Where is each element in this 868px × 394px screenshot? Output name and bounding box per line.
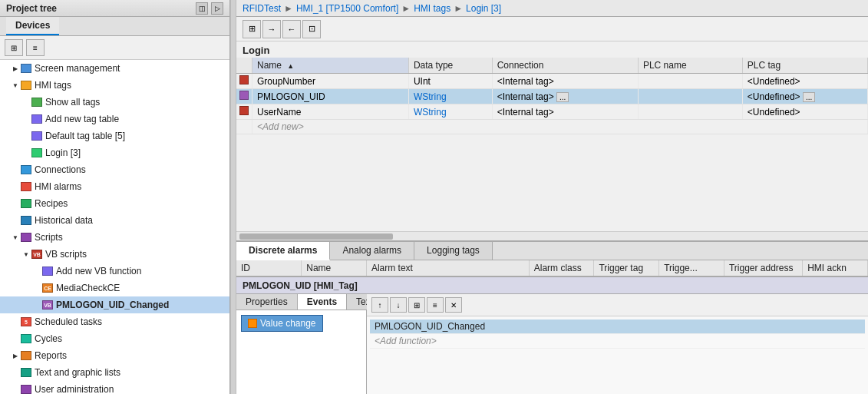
tree-arrow-reports[interactable]: ▶ — [11, 351, 20, 360]
tag-connection-edit-1[interactable]: ... — [556, 92, 569, 102]
tree-label-add-new-vb: Add new VB function — [56, 266, 141, 276]
breadcrumb-login3[interactable]: Login [3] — [466, 3, 501, 14]
col-datatype-header[interactable]: Data type — [408, 58, 492, 74]
tag-row-1[interactable]: PMLOGON_UIDWString<Internal tag> ...<Und… — [236, 89, 868, 104]
tree-item-add-new-vb[interactable]: Add new VB function — [0, 263, 229, 280]
col-plcname-header[interactable]: PLC name — [638, 58, 742, 74]
tree-item-hmi-alarms[interactable]: HMI alarms — [0, 178, 229, 195]
table-scroll-h[interactable] — [236, 231, 868, 240]
tag-plctag-0: <Undefined> — [742, 74, 867, 89]
tag-row-2[interactable]: UserNameWString<Internal tag><Undefined> — [236, 104, 868, 120]
tree-item-hist-data[interactable]: Historical data — [0, 212, 229, 229]
tree-item-reports[interactable]: ▶Reports — [0, 347, 229, 364]
tree-item-cycles[interactable]: Cycles — [0, 330, 229, 347]
tree-arrow-add-new-tag[interactable] — [21, 114, 31, 124]
tree-arrow-add-new-vb[interactable] — [32, 267, 41, 276]
tree-item-user-admin[interactable]: User administration — [0, 381, 229, 394]
tab-discrete-alarms[interactable]: Discrete alarms — [236, 242, 330, 260]
breadcrumb-hmi-tags[interactable]: HMI tags — [414, 3, 451, 14]
tree-item-default-tag[interactable]: Default tag table [5] — [0, 127, 229, 144]
toolbar-btn-grid[interactable]: ⊞ — [5, 39, 23, 56]
tree-item-mediacheckce[interactable]: CEMediaCheckCE — [0, 280, 229, 296]
alarm-col-0[interactable]: ID — [236, 260, 302, 276]
left-divider[interactable] — [230, 0, 236, 394]
tree-arrow-scheduled[interactable] — [11, 317, 20, 326]
tree-arrow-mediacheckce[interactable] — [32, 283, 41, 293]
tree-arrow-default-tag[interactable] — [21, 131, 31, 141]
tree-item-pmlogon-changed[interactable]: VBPMLOGON_UID_Changed — [0, 296, 229, 313]
tree-arrow-show-all-tags[interactable] — [21, 98, 31, 107]
events-row-0[interactable]: PMLOGON_UID_Changed — [370, 320, 865, 334]
tree-item-connections[interactable]: Connections — [0, 161, 229, 178]
tag-name-2: UserName — [252, 104, 409, 120]
value-change-label: Value change — [260, 318, 316, 329]
events-btn-add[interactable]: ⊞ — [408, 297, 425, 313]
toolbar-btn-4[interactable]: ⊡ — [302, 20, 321, 38]
tree-arrow-hist-data[interactable] — [11, 216, 20, 225]
tree-item-text-graphic[interactable]: Text and graphic lists — [0, 364, 229, 381]
events-row-1[interactable]: <Add function> — [370, 334, 865, 349]
devices-tab[interactable]: Devices — [6, 17, 59, 35]
events-btn-delete[interactable]: ✕ — [445, 297, 462, 313]
events-btn-list[interactable]: ≡ — [427, 297, 444, 313]
tree-item-show-all-tags[interactable]: Show all tags — [0, 94, 229, 111]
col-icon-header[interactable] — [236, 58, 252, 74]
events-btn-up[interactable]: ↑ — [371, 297, 388, 313]
tag-plctag-edit-1[interactable]: ... — [803, 92, 815, 102]
toolbar-btn-3[interactable]: ← — [282, 20, 301, 38]
alarm-col-7[interactable]: HMI ackn — [803, 260, 868, 276]
tags-table-scroll[interactable]: Name ▲ Data type Connection PLC name PLC… — [236, 58, 868, 231]
add-new-label[interactable]: <Add new> — [252, 120, 868, 134]
tree-arrow-recipes[interactable] — [11, 199, 20, 208]
tree-arrow-pmlogon-changed[interactable] — [32, 300, 41, 310]
tree-item-screen-mgmt[interactable]: ▶Screen management — [0, 60, 229, 77]
tree-arrow-vb-scripts[interactable]: ▼ — [21, 250, 31, 259]
tree-arrow-cycles[interactable] — [11, 334, 20, 343]
alarm-col-2[interactable]: Alarm text — [366, 260, 529, 276]
tree-item-add-new-tag[interactable]: Add new tag table — [0, 111, 229, 127]
tree-arrow-hmi-tags[interactable]: ▼ — [11, 81, 20, 90]
alarm-col-5[interactable]: Trigge... — [659, 260, 724, 276]
col-name-header[interactable]: Name ▲ — [252, 58, 409, 74]
toolbar-btn-1[interactable]: ⊞ — [243, 20, 261, 38]
tag-add-new-row[interactable]: <Add new> — [236, 120, 868, 134]
tab-properties[interactable]: Properties — [236, 294, 298, 310]
tree-arrow-text-graphic[interactable] — [11, 368, 20, 377]
toolbar-btn-2[interactable]: → — [262, 20, 281, 38]
tree-label-hmi-tags: HMI tags — [35, 80, 71, 91]
collapse-icon[interactable]: ◫ — [196, 2, 208, 15]
tree-arrow-user-admin[interactable] — [11, 385, 20, 394]
toolbar-btn-list[interactable]: ≡ — [26, 39, 45, 56]
alarm-col-3[interactable]: Alarm class — [529, 260, 594, 276]
tree-arrow-scripts[interactable]: ▼ — [11, 233, 20, 242]
tree-label-pmlogon-changed: PMLOGON_UID_Changed — [56, 300, 169, 310]
breadcrumb-rfidtest[interactable]: RFIDTest — [243, 3, 281, 14]
expand-icon[interactable]: ▷ — [211, 2, 223, 15]
col-plctag-header[interactable]: PLC tag — [742, 58, 867, 74]
tab-logging-tags[interactable]: Logging tags — [414, 242, 493, 260]
tab-analog-alarms[interactable]: Analog alarms — [330, 242, 414, 260]
tree-label-user-admin: User administration — [35, 384, 114, 394]
tree-arrow-connections[interactable] — [11, 165, 20, 174]
tree-label-cycles: Cycles — [35, 333, 62, 344]
tab-events[interactable]: Events — [298, 294, 347, 310]
tree-arrow-login3[interactable] — [21, 148, 31, 157]
events-btn-down[interactable]: ↓ — [390, 297, 407, 313]
breadcrumb-hmi1[interactable]: HMI_1 [TP1500 Comfort] — [296, 3, 398, 14]
alarm-col-6[interactable]: Trigger address — [724, 260, 802, 276]
tree-item-vb-scripts[interactable]: ▼VBVB scripts — [0, 246, 229, 263]
tree-area: ▶Screen management▼HMI tagsShow all tags… — [0, 60, 229, 394]
tree-item-recipes[interactable]: Recipes — [0, 195, 229, 212]
value-change-item[interactable]: Value change — [241, 315, 323, 332]
alarm-col-4[interactable]: Trigger tag — [594, 260, 659, 276]
tree-item-login3[interactable]: Login [3] — [0, 144, 229, 161]
tree-arrow-screen-mgmt[interactable]: ▶ — [11, 64, 20, 73]
tag-row-0[interactable]: GroupNumberUInt<Internal tag><Undefined> — [236, 74, 868, 89]
tree-item-hmi-tags[interactable]: ▼HMI tags — [0, 77, 229, 94]
col-connection-header[interactable]: Connection — [492, 58, 638, 74]
tags-table-container: Name ▲ Data type Connection PLC name PLC… — [236, 58, 868, 240]
tree-item-scripts[interactable]: ▼Scripts — [0, 229, 229, 246]
tree-item-scheduled[interactable]: 5Scheduled tasks — [0, 313, 229, 330]
alarm-col-1[interactable]: Name — [302, 260, 367, 276]
tree-arrow-hmi-alarms[interactable] — [11, 182, 20, 191]
